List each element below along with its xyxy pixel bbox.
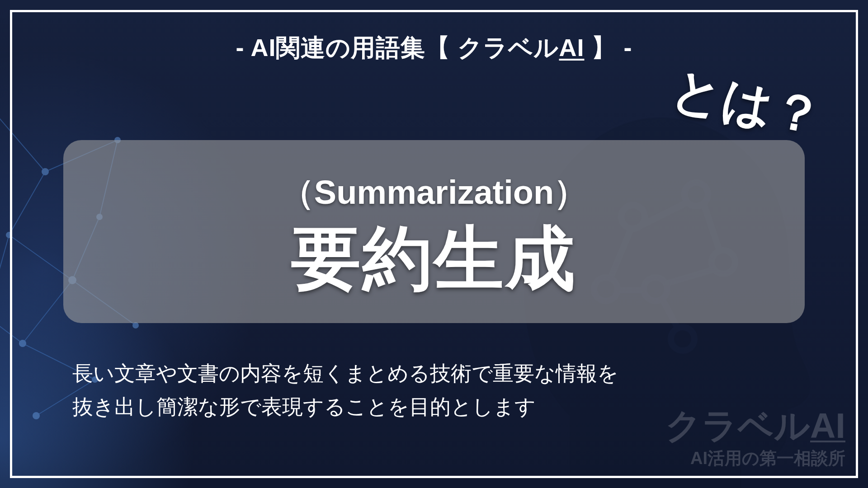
title-ai: AI [559,34,584,61]
title-prefix: - AI関連の用語集【 クラベル [236,34,559,61]
term-card: （Summarization） 要約生成 [63,140,805,323]
desc-line1: 長い文章や文書の内容を短くまとめる技術で重要な情報を [72,361,618,385]
desc-line2: 抜き出し簡潔な形で表現することを目的とします [72,395,536,418]
term-subtitle: （Summarization） [281,170,587,216]
brand-watermark: クラベルAI AI活用の第一相談所 [665,408,845,470]
term-main: 要約生成 [291,224,577,293]
title-suffix: 】 - [584,34,632,61]
brand-name-prefix: クラベル [665,406,810,446]
brand-tagline: AI活用の第一相談所 [665,447,845,470]
page-title: - AI関連の用語集【 クラベルAI 】 - [0,32,868,65]
brand-name-ai: AI [810,406,845,446]
svg-line-9 [0,235,9,316]
